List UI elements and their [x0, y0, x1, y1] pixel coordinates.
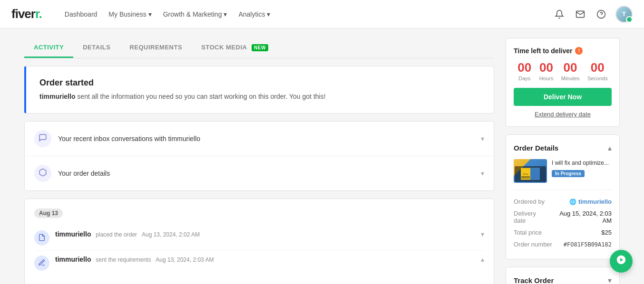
activity-action-2: sent the requirements [96, 256, 151, 263]
gig-thumbnail: Wix Site Wix Mobile Site [514, 159, 547, 183]
accordion-conversations[interactable]: Your recent inbox conversations with tim… [25, 122, 494, 156]
svg-rect-3 [530, 168, 540, 180]
order-details-sidebar-card: Order Details Wix Site Wix Mobile Site [506, 134, 620, 259]
order-details-accordion-label: Your order details [58, 170, 481, 177]
order-details-card-title: Order Details [514, 144, 558, 152]
gig-title: I will fix and optimize... [552, 159, 612, 167]
activity-item-sent-requirements: timmuriello sent the requirements Aug 13… [34, 251, 484, 275]
svg-text:Wix Mobile Site: Wix Mobile Site [521, 177, 530, 179]
order-number-value: #FO81F5B09A182 [564, 241, 612, 248]
activity-expand-icon-1[interactable] [481, 230, 484, 238]
activity-expand-icon-2[interactable] [481, 256, 484, 263]
track-order-card: Track Order Requirements submitted [506, 267, 620, 284]
order-started-desc: timmuriello sent all the information you… [39, 92, 480, 102]
conversations-label: Your recent inbox conversations with tim… [58, 135, 481, 142]
accordion-card: Your recent inbox conversations with tim… [24, 121, 494, 191]
meta-order-number: Order number #FO81F5B09A182 [514, 238, 612, 250]
deliver-now-button[interactable]: Deliver Now [514, 88, 612, 106]
activity-text-1: timmuriello placed the order Aug 13, 202… [55, 230, 481, 238]
activity-timestamp-2: Aug 13, 2024, 2:03 AM [156, 256, 214, 263]
right-sidebar: Time left to deliver ! 00 Days 00 Hours … [506, 38, 620, 284]
messages-icon[interactable] [574, 8, 587, 21]
delivery-date-label: Delivery date [514, 210, 549, 224]
activity-avatar-2 [34, 256, 49, 271]
activity-user-2: timmuriello [55, 256, 91, 263]
activity-user-1: timmuriello [55, 230, 91, 238]
timer-grid: 00 Days 00 Hours 00 Minutes 00 Seconds [514, 61, 612, 81]
ordered-by-user[interactable]: 🌐 timmuriello [569, 198, 612, 205]
timer-card: Time left to deliver ! 00 Days 00 Hours … [506, 38, 620, 127]
avatar[interactable]: T [615, 6, 633, 23]
box-icon [39, 168, 47, 179]
navbar: fiverr. Dashboard My Business Growth & M… [0, 0, 644, 28]
timer-info-icon: ! [575, 47, 583, 55]
accordion-chevron-down-icon [481, 135, 484, 142]
timer-minutes: 00 Minutes [561, 61, 580, 81]
document-icon [38, 234, 46, 243]
tabs: ACTIVITY DETAILS REQUIREMENTS STOCK MEDI… [24, 38, 494, 58]
track-order-header: Track Order [514, 276, 612, 284]
ordered-by-label: Ordered by [514, 198, 545, 205]
tab-requirements[interactable]: REQUIREMENTS [120, 38, 192, 58]
tab-details[interactable]: DETAILS [73, 38, 120, 58]
timer-seconds: 00 Seconds [587, 61, 608, 81]
chevron-down-icon [267, 10, 270, 18]
nav-dashboard[interactable]: Dashboard [65, 10, 98, 18]
nav-links: Dashboard My Business Growth & Marketing… [65, 10, 271, 18]
conversations-icon-wrap [34, 130, 51, 147]
pencil-icon [38, 259, 46, 268]
track-order-title: Track Order [514, 276, 554, 284]
status-badge: In Progress [552, 170, 585, 177]
order-meta: Ordered by 🌐 timmuriello Delivery date A… [514, 189, 612, 250]
order-started-title: Order started [39, 78, 480, 88]
notifications-icon[interactable] [553, 8, 566, 21]
activity-timestamp-1: Aug 13, 2024, 2:02 AM [142, 231, 200, 238]
nav-growth-marketing[interactable]: Growth & Marketing [163, 10, 227, 18]
timer-hours: 00 Hours [539, 61, 553, 81]
gig-thumbnail-image: Wix Site Wix Mobile Site [514, 159, 547, 183]
order-icon-wrap [34, 165, 51, 182]
help-icon[interactable] [595, 8, 608, 21]
activity-action-1: placed the order [96, 231, 137, 238]
activity-log: Aug 13 timmuriello placed the order Aug … [24, 199, 494, 284]
chevron-down-icon [148, 10, 152, 18]
total-price-value: $25 [601, 229, 612, 236]
order-started-card: Order started timmuriello sent all the i… [24, 66, 494, 114]
left-content: ACTIVITY DETAILS REQUIREMENTS STOCK MEDI… [24, 38, 494, 284]
fab-icon [616, 255, 626, 268]
activity-item-placed-order: timmuriello placed the order Aug 13, 202… [34, 226, 484, 251]
nav-my-business[interactable]: My Business [108, 10, 151, 18]
navbar-right: T [553, 6, 633, 23]
new-badge: NEW [252, 44, 268, 51]
track-order-expand-icon[interactable] [608, 276, 612, 284]
gig-preview: Wix Site Wix Mobile Site I will fix and … [514, 159, 612, 183]
nav-analytics[interactable]: Analytics [238, 10, 270, 18]
main-container: ACTIVITY DETAILS REQUIREMENTS STOCK MEDI… [13, 28, 631, 284]
timer-days: 00 Days [517, 61, 531, 81]
extend-delivery-link[interactable]: Extend delivery date [514, 111, 612, 118]
order-number-label: Order number [514, 241, 552, 248]
gig-thumbnail-label: Wix Site Wix Mobile Site [515, 166, 546, 182]
fab-button[interactable] [610, 250, 633, 273]
logo[interactable]: fiverr. [11, 7, 42, 21]
gig-info: I will fix and optimize... In Progress [552, 159, 612, 177]
delivery-date-value: Aug 15, 2024, 2:03 AM [549, 210, 612, 224]
order-details-header: Order Details [514, 143, 612, 152]
svg-text:Wix Site: Wix Site [523, 173, 528, 175]
accordion-order-details[interactable]: Your order details [25, 156, 494, 190]
chevron-down-icon [224, 10, 227, 18]
activity-text-2: timmuriello sent the requirements Aug 13… [55, 256, 481, 263]
order-user-name: timmuriello [39, 93, 75, 100]
tab-stock-media[interactable]: STOCK MEDIA NEW [192, 38, 278, 58]
timer-title: Time left to deliver ! [514, 47, 612, 55]
activity-avatar-1 [34, 230, 49, 246]
meta-total-price: Total price $25 [514, 227, 612, 238]
meta-delivery-date: Delivery date Aug 15, 2024, 2:03 AM [514, 208, 612, 227]
chat-icon [39, 133, 47, 144]
tab-activity[interactable]: ACTIVITY [24, 38, 73, 58]
date-badge: Aug 13 [34, 208, 63, 218]
total-price-label: Total price [514, 229, 542, 236]
avatar-online-badge [626, 16, 633, 23]
meta-ordered-by: Ordered by 🌐 timmuriello [514, 196, 612, 208]
collapse-icon[interactable] [608, 143, 612, 152]
